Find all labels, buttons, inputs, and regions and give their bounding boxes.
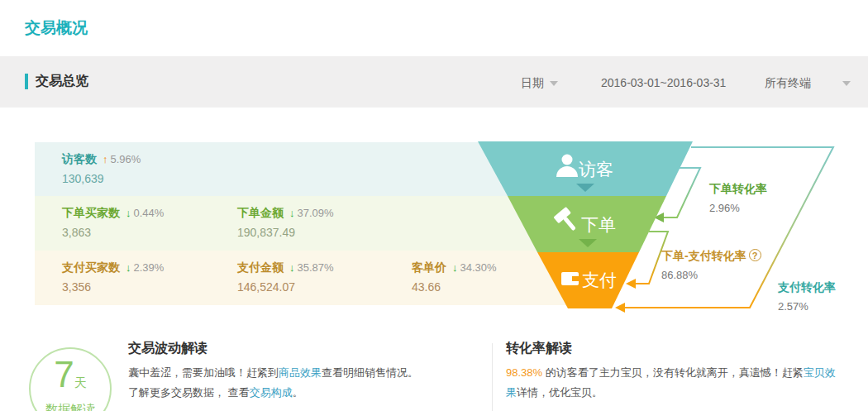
metric-value: 130,639 <box>62 172 141 185</box>
conversion-value: 86.88% <box>661 269 761 281</box>
date-filter-dropdown[interactable]: 日期 <box>521 76 558 91</box>
metric-value: 190,837.49 <box>237 226 334 239</box>
toolbar: 交易总览 日期 2016-03-01~2016-03-31 所有终端 <box>0 56 868 108</box>
product-effect-link[interactable]: 商品效果 <box>279 366 322 379</box>
stage-label: 下单 <box>581 215 616 234</box>
badge-unit: 天 <box>74 375 87 389</box>
trend-up-icon: ↑ <box>103 153 108 165</box>
transaction-composition-link[interactable]: 交易构成 <box>250 386 293 399</box>
conversion-label: 支付转化率 <box>778 280 836 295</box>
metric-visitor-count: 访客数↑5.96% 130,639 <box>62 151 141 185</box>
metric-change: 0.44% <box>134 207 165 219</box>
trend-down-icon: ↓ <box>126 207 131 219</box>
wallet-icon <box>561 272 579 285</box>
metric-change: 35.87% <box>298 261 334 274</box>
metric-pay-buyers: 支付买家数↓2.39% 3,356 <box>62 260 164 294</box>
metric-pay-amount: 支付金额↓35.87% 146,524.07 <box>237 260 334 294</box>
metric-label: 支付买家数 <box>62 260 120 274</box>
vertical-divider <box>492 343 493 411</box>
metric-label: 访客数 <box>62 152 97 165</box>
trend-down-icon: ↓ <box>126 261 131 274</box>
funnel-stage-order[interactable]: 下单 <box>508 196 666 252</box>
insight-text: 详情，优化宝贝。 <box>517 386 603 399</box>
metric-label: 下单买家数 <box>62 206 120 219</box>
insight-text: 查看明细销售情况。 <box>322 366 418 379</box>
metric-label: 支付金额 <box>237 260 284 274</box>
funnel-stage-visitor[interactable]: 访客 <box>478 141 693 196</box>
trend-down-icon: ↓ <box>452 261 458 274</box>
highlight-percentage: 98.38% <box>506 366 542 379</box>
orderpay-conversion-rate: 下单-支付转化率? 86.88% <box>661 249 761 281</box>
insight-text: 。 <box>293 386 303 399</box>
pay-conversion-rate: 支付转化率 2.57% <box>778 280 836 313</box>
metric-value: 3,356 <box>62 280 164 294</box>
order-conversion-rate: 下单转化率 2.96% <box>709 182 767 214</box>
metric-change: 5.96% <box>111 153 141 165</box>
user-icon <box>562 155 573 165</box>
insight-title: 转化率解读 <box>506 340 845 357</box>
funnel-stage-pay[interactable]: 支付 <box>537 252 639 308</box>
page-header: 交易概况 <box>0 0 868 56</box>
insight-text: 了解更多交易数据， 查看 <box>128 386 250 399</box>
trend-down-icon: ↓ <box>289 261 295 274</box>
terminal-filter-label: 所有终端 <box>765 76 811 89</box>
section-title: 交易总览 <box>25 73 88 90</box>
chevron-down-icon <box>550 81 558 86</box>
terminal-filter-dropdown[interactable]: 所有终端 <box>765 76 851 91</box>
conversion-label: 下单转化率 <box>709 182 767 197</box>
chevron-down-icon <box>842 81 851 86</box>
conversion-value: 2.96% <box>709 202 767 214</box>
seven-day-badge: 7天 数据解读 <box>29 347 112 411</box>
help-icon[interactable]: ? <box>749 249 761 261</box>
section-title-text: 交易总览 <box>36 73 88 90</box>
insights-section: 7天 数据解读 交易波动解读 囊中羞涩，需要加油哦！赶紧到商品效果查看明细销售情… <box>0 331 868 411</box>
arrow-left-icon <box>615 303 625 313</box>
accent-bar <box>25 74 28 89</box>
date-range-value[interactable]: 2016-03-01~2016-03-31 <box>601 76 726 89</box>
metric-order-buyers: 下单买家数↓0.44% 3,863 <box>62 205 164 239</box>
metric-change: 2.39% <box>134 261 165 274</box>
stage-label: 访客 <box>579 160 613 179</box>
conversion-insight: 转化率解读 98.38% 的访客看了主力宝贝，没有转化就离开，真遗憾！赶紧宝贝效… <box>506 340 845 403</box>
metric-order-amount: 下单金额↓37.09% 190,837.49 <box>237 205 334 239</box>
transaction-overview-panel: 访客数↑5.96% 130,639 下单买家数↓0.44% 3,863 下单金额… <box>0 108 868 331</box>
transaction-insight: 交易波动解读 囊中羞涩，需要加油哦！赶紧到商品效果查看明细销售情况。 了解更多交… <box>128 340 484 403</box>
metric-label: 客单价 <box>412 260 446 274</box>
trend-down-icon: ↓ <box>289 207 295 219</box>
date-range-text: 2016-03-01~2016-03-31 <box>601 76 726 89</box>
date-filter-label: 日期 <box>521 76 544 89</box>
insight-text: 囊中羞涩，需要加油哦！赶紧到 <box>128 366 279 379</box>
metric-value: 3,863 <box>62 226 164 239</box>
conversion-label: 下单-支付转化率 <box>661 249 746 262</box>
arrow-left-icon <box>626 279 636 289</box>
conversion-value: 2.57% <box>778 300 836 313</box>
page-title: 交易概况 <box>25 17 88 39</box>
badge-caption: 数据解读 <box>31 402 110 411</box>
insight-text: 的访客看了主力宝贝，没有转化就离开，真遗憾！赶紧 <box>542 366 804 379</box>
badge-number: 7 <box>54 354 74 394</box>
metric-value: 146,524.07 <box>237 280 334 294</box>
insight-title: 交易波动解读 <box>128 340 484 357</box>
stage-label: 支付 <box>582 270 617 289</box>
metric-label: 下单金额 <box>237 206 284 219</box>
metric-change: 37.09% <box>298 207 334 219</box>
